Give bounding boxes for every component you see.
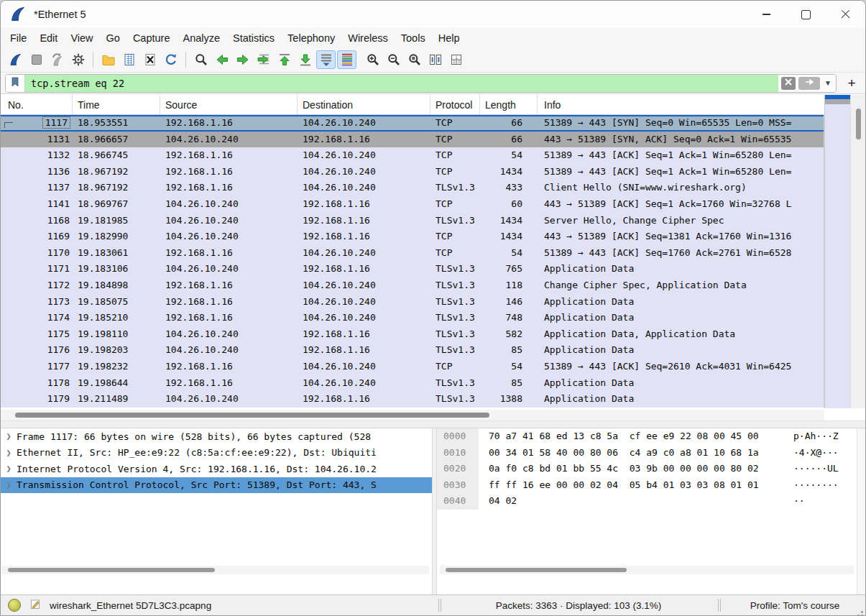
packet-row[interactable]: 117719.198232192.168.1.16104.26.10.240TC… xyxy=(1,359,824,375)
packet-row[interactable]: 116919.182990104.26.10.240192.168.1.16TC… xyxy=(1,229,824,245)
column-header-info[interactable]: Info xyxy=(538,95,824,114)
packet-row[interactable]: 116819.181985104.26.10.240192.168.1.16TL… xyxy=(1,213,824,229)
packet-row[interactable]: 117319.185075192.168.1.16104.26.10.240TL… xyxy=(1,294,824,311)
menu-telephony[interactable]: Telephony xyxy=(281,30,341,46)
minimize-icon xyxy=(763,14,770,14)
zoom-reset-button[interactable] xyxy=(405,50,424,69)
packet-row[interactable]: 113718.967192192.168.1.16104.26.10.240TL… xyxy=(1,180,824,196)
packet-number: 1136 xyxy=(47,166,70,177)
column-header-time[interactable]: Time xyxy=(73,95,160,114)
close-file-button[interactable] xyxy=(140,50,160,69)
menu-capture[interactable]: Capture xyxy=(126,30,177,46)
menu-tools[interactable]: Tools xyxy=(395,30,432,46)
menu-edit[interactable]: Edit xyxy=(33,30,64,46)
hex-scrollbar-thumb[interactable] xyxy=(446,568,627,572)
menu-analyze[interactable]: Analyze xyxy=(176,30,226,46)
reload-file-button[interactable] xyxy=(161,50,180,69)
packet-row[interactable]: 117619.198203104.26.10.240192.168.1.16TL… xyxy=(1,342,824,359)
go-top-button[interactable] xyxy=(275,50,294,69)
filter-bookmark-button[interactable] xyxy=(6,75,25,92)
vertical-scrollbar-thumb[interactable] xyxy=(856,109,861,139)
column-header-length[interactable]: Length xyxy=(480,95,538,114)
resize-columns-button[interactable] xyxy=(425,50,445,69)
find-packet-button[interactable] xyxy=(191,50,211,69)
details-hex-splitter[interactable] xyxy=(432,428,437,597)
menu-statistics[interactable]: Statistics xyxy=(226,30,281,46)
packet-row[interactable]: 117819.198644192.168.1.16104.26.10.240TL… xyxy=(1,375,824,392)
expand-chevron-icon[interactable]: ❯ xyxy=(1,431,17,441)
packet-row[interactable]: 117519.198110104.26.10.240192.168.1.16TL… xyxy=(1,326,824,343)
go-back-button[interactable] xyxy=(212,50,231,69)
menu-file[interactable]: File xyxy=(4,30,33,46)
detail-tree-item[interactable]: ❯Transmission Control Protocol, Src Port… xyxy=(1,477,432,494)
go-bottom-button[interactable] xyxy=(295,50,315,69)
stop-capture-button[interactable] xyxy=(27,50,46,69)
hex-row[interactable]: 0030ff ff 16 ee 00 00 02 04 05 b4 01 03 … xyxy=(437,477,857,494)
display-filter-input[interactable] xyxy=(25,75,778,92)
packet-row[interactable]: 117219.184898192.168.1.16104.26.10.240TL… xyxy=(1,277,824,294)
menu-view[interactable]: View xyxy=(64,30,99,46)
save-file-button[interactable] xyxy=(119,50,139,69)
open-file-button[interactable] xyxy=(98,50,118,69)
menu-go[interactable]: Go xyxy=(100,30,126,46)
menu-wireless[interactable]: Wireless xyxy=(341,30,395,46)
detail-tree-item[interactable]: ❯Frame 1117: 66 bytes on wire (528 bits)… xyxy=(1,428,432,445)
minimize-button[interactable] xyxy=(747,1,786,28)
detail-tree-item[interactable]: ❯Ethernet II, Src: HP_ee:e9:22 (c8:5a:cf… xyxy=(1,445,432,461)
add-filter-button[interactable]: + xyxy=(842,75,861,92)
hex-row[interactable]: 001000 34 01 58 40 00 80 06 c4 a9 c0 a8 … xyxy=(437,445,857,461)
packet-number: 1132 xyxy=(47,150,70,160)
filter-clear-button[interactable] xyxy=(781,77,796,90)
column-header-destination[interactable]: Destination xyxy=(298,95,430,114)
cell-protocol: TLSv1.3 xyxy=(430,310,480,326)
auto-scroll-button[interactable] xyxy=(316,50,336,69)
capture-comment-button[interactable] xyxy=(28,598,42,612)
packet-row[interactable]: 117019.183061192.168.1.16104.26.10.240TC… xyxy=(1,245,824,262)
column-header-no[interactable]: No. xyxy=(1,95,73,114)
expand-chevron-icon[interactable]: ❯ xyxy=(1,464,17,474)
cell-time: 19.198110 xyxy=(73,326,160,343)
maximize-icon xyxy=(801,10,811,19)
packet-row[interactable]: 117919.211489104.26.10.240192.168.1.16TL… xyxy=(1,391,824,408)
start-capture-button[interactable] xyxy=(6,50,25,69)
menu-help[interactable]: Help xyxy=(432,30,466,46)
go-to-packet-button[interactable] xyxy=(254,50,273,69)
filter-apply-button[interactable] xyxy=(798,77,820,90)
column-header-source[interactable]: Source xyxy=(160,95,298,114)
hex-row[interactable]: 000070 a7 41 68 ed 13 c8 5a cf ee e9 22 … xyxy=(437,428,857,445)
maximize-button[interactable] xyxy=(786,1,826,28)
filter-dropdown-caret[interactable]: ▼ xyxy=(823,79,833,87)
detail-tree-item[interactable]: ❯Internet Protocol Version 4, Src: 192.1… xyxy=(1,461,432,477)
restart-capture-button[interactable] xyxy=(47,50,67,69)
hex-row[interactable]: 004004 02·· xyxy=(437,493,857,510)
packet-row[interactable]: 113618.967192192.168.1.16104.26.10.240TC… xyxy=(1,164,824,180)
cell-time: 18.967192 xyxy=(73,180,160,196)
go-forward-button[interactable] xyxy=(233,50,252,69)
expert-info-button[interactable] xyxy=(8,599,21,612)
cell-source: 192.168.1.16 xyxy=(160,147,298,164)
capture-options-button[interactable] xyxy=(68,50,88,69)
profile-selector[interactable]: Profile: Tom's course xyxy=(724,600,865,611)
colorize-packets-button[interactable] xyxy=(337,50,356,69)
zoom-in-button[interactable] xyxy=(363,50,382,69)
resize-grip[interactable] xyxy=(861,611,863,613)
packet-row[interactable]: 113218.966745192.168.1.16104.26.10.240TC… xyxy=(1,147,824,164)
packet-row[interactable]: 117119.183106104.26.10.240192.168.1.16TL… xyxy=(1,261,824,277)
save-file-icon xyxy=(122,52,137,67)
packet-row[interactable]: 111718.953551192.168.1.16104.26.10.240TC… xyxy=(1,115,824,132)
packet-row[interactable]: 117419.185210192.168.1.16104.26.10.240TL… xyxy=(1,310,824,326)
layout-chooser-button[interactable]: 123 xyxy=(446,50,466,69)
hex-row[interactable]: 00200a f0 c8 bd 01 bb 55 4c 03 9b 00 00 … xyxy=(437,461,857,477)
close-button[interactable] xyxy=(826,1,865,28)
packet-list-minimap[interactable] xyxy=(824,95,850,408)
expand-chevron-icon[interactable]: ❯ xyxy=(1,448,17,458)
expand-chevron-icon[interactable]: ❯ xyxy=(1,480,17,490)
cell-info: 51389 → 443 [ACK] Seq=1 Ack=1 Win=65280 … xyxy=(538,147,824,164)
zoom-out-button[interactable] xyxy=(384,50,403,69)
packet-row[interactable]: 113118.966657104.26.10.240192.168.1.16TC… xyxy=(1,132,824,148)
details-scrollbar-thumb[interactable] xyxy=(8,568,215,572)
column-header-protocol[interactable]: Protocol xyxy=(430,95,480,114)
pane-splitter[interactable] xyxy=(1,420,865,428)
packet-row[interactable]: 114118.969767104.26.10.240192.168.1.16TC… xyxy=(1,196,824,213)
horizontal-scrollbar-thumb[interactable] xyxy=(15,413,489,418)
